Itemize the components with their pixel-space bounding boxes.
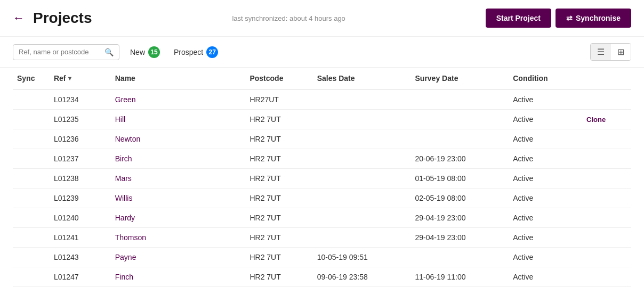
cell-action[interactable]: Clone [582, 110, 631, 129]
view-grid-icon: ⊞ [617, 47, 624, 56]
cell-ref: L01237 [50, 149, 111, 169]
cell-action[interactable] [582, 169, 631, 189]
page-title: Projects [33, 10, 92, 27]
cell-sales-date [313, 110, 411, 129]
name-link[interactable]: Willis [115, 194, 133, 202]
cell-survey-date [411, 89, 509, 110]
name-link[interactable]: Hill [115, 115, 125, 124]
table-header: Sync Ref ▼ Name Postcode Sales Date Surv… [13, 68, 631, 89]
cell-postcode: HR2 7UT [245, 208, 312, 228]
cell-sync [13, 149, 50, 169]
sync-icon: ⇄ [566, 14, 573, 22]
col-header-sales-date: Sales Date [313, 68, 411, 89]
cell-action[interactable] [582, 89, 631, 110]
clone-button[interactable]: Clone [586, 116, 606, 124]
cell-ref: L01247 [50, 267, 111, 287]
cell-condition: Active [509, 169, 582, 189]
view-grid-button[interactable]: ⊞ [611, 44, 631, 60]
table-row: L01240HardyHR2 7UT29-04-19 23:00Active [13, 208, 631, 228]
name-link[interactable]: Payne [115, 253, 136, 261]
name-link[interactable]: Birch [115, 154, 132, 163]
cell-sync [13, 169, 50, 189]
tab-new-badge: 15 [148, 46, 160, 58]
name-link[interactable]: Green [115, 95, 136, 104]
col-header-ref[interactable]: Ref ▼ [50, 68, 111, 89]
cell-postcode: HR2 7UT [245, 149, 312, 169]
search-input[interactable] [19, 48, 101, 56]
cell-action[interactable] [582, 129, 631, 149]
sort-arrow-icon: ▼ [67, 75, 73, 81]
name-link[interactable]: Hardy [115, 214, 135, 222]
cell-action[interactable] [582, 267, 631, 287]
cell-action[interactable] [582, 228, 631, 248]
cell-action[interactable] [582, 248, 631, 267]
tab-prospect[interactable]: Prospect 27 [170, 44, 222, 60]
table-row: L01235HillHR2 7UTActiveClone [13, 110, 631, 129]
cell-postcode: HR2 7UT [245, 267, 312, 287]
tab-prospect-label: Prospect [174, 48, 203, 56]
cell-survey-date [411, 110, 509, 129]
cell-sync [13, 267, 50, 287]
table-row: L01239WillisHR2 7UT02-05-19 08:00Active [13, 189, 631, 208]
name-link[interactable]: Mars [115, 174, 132, 183]
cell-name: Payne [111, 248, 246, 267]
cell-sales-date [313, 169, 411, 189]
view-list-icon: ☰ [597, 47, 605, 56]
tab-new[interactable]: New 15 [126, 44, 164, 60]
cell-survey-date: 01-05-19 08:00 [411, 169, 509, 189]
cell-ref: L01241 [50, 228, 111, 248]
ref-label: Ref [54, 74, 66, 83]
cell-condition: Active [509, 228, 582, 248]
cell-postcode: HR2 7UT [245, 189, 312, 208]
cell-sync [13, 129, 50, 149]
cell-name: Willis [111, 189, 246, 208]
cell-sales-date [313, 149, 411, 169]
cell-postcode: HR2 7UT [245, 248, 312, 267]
cell-condition: Active [509, 248, 582, 267]
cell-ref: L01243 [50, 248, 111, 267]
cell-ref: L01240 [50, 208, 111, 228]
view-list-button[interactable]: ☰ [591, 44, 611, 60]
cell-name: Finch [111, 267, 246, 287]
cell-action[interactable] [582, 189, 631, 208]
search-box[interactable]: 🔍 [13, 44, 119, 60]
cell-sales-date: 09-06-19 23:58 [313, 267, 411, 287]
table-row: L01236NewtonHR2 7UTActive [13, 129, 631, 149]
cell-postcode: HR2 7UT [245, 110, 312, 129]
cell-action[interactable] [582, 149, 631, 169]
cell-survey-date [411, 248, 509, 267]
cell-sync [13, 248, 50, 267]
cell-sync [13, 110, 50, 129]
back-button[interactable]: ← [13, 11, 25, 25]
col-header-condition: Condition [509, 68, 582, 89]
toolbar: 🔍 New 15 Prospect 27 ☰ ⊞ [0, 37, 644, 68]
col-header-postcode: Postcode [245, 68, 312, 89]
cell-ref: L01238 [50, 169, 111, 189]
cell-ref: L01234 [50, 89, 111, 110]
ref-sort[interactable]: Ref ▼ [54, 74, 73, 83]
cell-postcode: HR27UT [245, 89, 312, 110]
cell-condition: Active [509, 189, 582, 208]
synchronise-button[interactable]: ⇄ Synchronise [556, 9, 631, 28]
name-link[interactable]: Thomson [115, 233, 146, 242]
cell-name: Green [111, 89, 246, 110]
tab-new-label: New [130, 48, 145, 56]
col-header-name: Name [111, 68, 246, 89]
synchronise-label: Synchronise [576, 14, 621, 22]
cell-sales-date: 10-05-19 09:51 [313, 248, 411, 267]
header-actions: Start Project ⇄ Synchronise [486, 9, 631, 28]
cell-sales-date [313, 189, 411, 208]
cell-survey-date: 29-04-19 23:00 [411, 228, 509, 248]
cell-condition: Active [509, 89, 582, 110]
table-container: Sync Ref ▼ Name Postcode Sales Date Surv… [0, 68, 644, 287]
cell-name: Birch [111, 149, 246, 169]
name-link[interactable]: Newton [115, 135, 140, 143]
cell-name: Hill [111, 110, 246, 129]
cell-postcode: HR2 7UT [245, 169, 312, 189]
col-header-sync: Sync [13, 68, 50, 89]
view-toggle: ☰ ⊞ [590, 43, 631, 61]
name-link[interactable]: Finch [115, 273, 133, 281]
cell-condition: Active [509, 149, 582, 169]
start-project-button[interactable]: Start Project [486, 9, 551, 28]
cell-action[interactable] [582, 208, 631, 228]
